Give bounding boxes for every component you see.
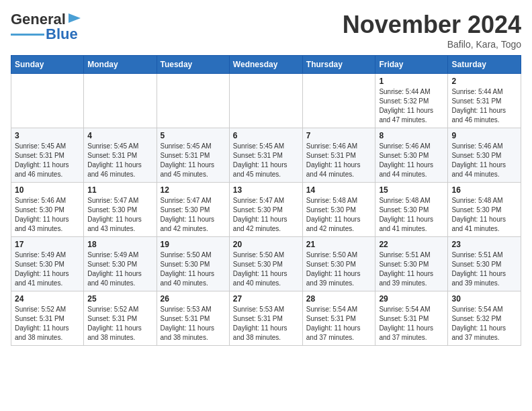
calendar-cell — [84, 74, 157, 128]
day-number: 6 — [233, 131, 299, 140]
day-info: Sunrise: 5:54 AM Sunset: 5:32 PM Dayligh… — [451, 305, 517, 342]
calendar-cell: 3Sunrise: 5:45 AM Sunset: 5:31 PM Daylig… — [11, 128, 84, 183]
day-number: 21 — [306, 240, 372, 249]
calendar-cell: 6Sunrise: 5:45 AM Sunset: 5:31 PM Daylig… — [229, 128, 302, 183]
calendar-cell — [229, 74, 302, 128]
day-number: 1 — [379, 77, 444, 86]
calendar-cell: 26Sunrise: 5:53 AM Sunset: 5:31 PM Dayli… — [157, 291, 229, 346]
day-number: 12 — [161, 185, 226, 195]
day-info: Sunrise: 5:47 AM Sunset: 5:30 PM Dayligh… — [161, 196, 226, 234]
calendar-cell: 30Sunrise: 5:54 AM Sunset: 5:32 PM Dayli… — [448, 291, 521, 346]
calendar-cell — [302, 74, 375, 128]
day-info: Sunrise: 5:53 AM Sunset: 5:31 PM Dayligh… — [233, 305, 299, 342]
day-info: Sunrise: 5:46 AM Sunset: 5:31 PM Dayligh… — [306, 142, 372, 179]
day-info: Sunrise: 5:48 AM Sunset: 5:30 PM Dayligh… — [379, 196, 444, 234]
day-number: 14 — [306, 185, 372, 195]
calendar-cell: 22Sunrise: 5:51 AM Sunset: 5:30 PM Dayli… — [375, 237, 448, 291]
day-number: 19 — [161, 240, 226, 249]
day-number: 5 — [161, 131, 226, 140]
day-number: 22 — [379, 240, 444, 249]
day-number: 20 — [233, 240, 299, 249]
calendar-cell: 18Sunrise: 5:49 AM Sunset: 5:30 PM Dayli… — [84, 237, 157, 291]
calendar-cell: 25Sunrise: 5:52 AM Sunset: 5:31 PM Dayli… — [84, 291, 157, 346]
day-info: Sunrise: 5:50 AM Sunset: 5:30 PM Dayligh… — [306, 250, 372, 288]
calendar-week-row: 10Sunrise: 5:46 AM Sunset: 5:30 PM Dayli… — [11, 183, 521, 237]
day-number: 26 — [161, 294, 226, 304]
calendar-cell: 17Sunrise: 5:49 AM Sunset: 5:30 PM Dayli… — [11, 237, 84, 291]
day-number: 7 — [306, 131, 372, 140]
day-info: Sunrise: 5:45 AM Sunset: 5:31 PM Dayligh… — [161, 142, 226, 179]
calendar-cell: 5Sunrise: 5:45 AM Sunset: 5:31 PM Daylig… — [157, 128, 229, 183]
day-number: 15 — [379, 185, 444, 195]
day-number: 10 — [15, 185, 80, 195]
calendar-cell: 23Sunrise: 5:51 AM Sunset: 5:30 PM Dayli… — [448, 237, 521, 291]
calendar-cell: 14Sunrise: 5:48 AM Sunset: 5:30 PM Dayli… — [302, 183, 375, 237]
column-header-tuesday: Tuesday — [157, 56, 229, 74]
day-info: Sunrise: 5:54 AM Sunset: 5:31 PM Dayligh… — [306, 305, 372, 342]
calendar-header-row: SundayMondayTuesdayWednesdayThursdayFrid… — [11, 56, 521, 74]
day-number: 13 — [233, 185, 299, 195]
day-info: Sunrise: 5:49 AM Sunset: 5:30 PM Dayligh… — [87, 250, 152, 288]
day-info: Sunrise: 5:45 AM Sunset: 5:31 PM Dayligh… — [233, 142, 299, 179]
column-header-thursday: Thursday — [302, 56, 375, 74]
calendar-cell: 11Sunrise: 5:47 AM Sunset: 5:30 PM Dayli… — [84, 183, 157, 237]
day-number: 8 — [379, 131, 444, 140]
day-info: Sunrise: 5:46 AM Sunset: 5:30 PM Dayligh… — [15, 196, 80, 234]
day-number: 27 — [233, 294, 299, 304]
logo-arrow-icon — [67, 12, 82, 24]
day-info: Sunrise: 5:54 AM Sunset: 5:31 PM Dayligh… — [379, 305, 444, 342]
location-subtitle: Bafilo, Kara, Togo — [343, 39, 521, 50]
calendar-cell: 8Sunrise: 5:46 AM Sunset: 5:30 PM Daylig… — [375, 128, 448, 183]
day-info: Sunrise: 5:48 AM Sunset: 5:30 PM Dayligh… — [306, 196, 372, 234]
day-number: 9 — [451, 131, 517, 140]
day-info: Sunrise: 5:52 AM Sunset: 5:31 PM Dayligh… — [87, 305, 152, 342]
calendar-cell — [11, 74, 84, 128]
calendar-table: SundayMondayTuesdayWednesdayThursdayFrid… — [11, 55, 521, 346]
day-number: 28 — [306, 294, 372, 304]
logo: General Blue — [11, 11, 82, 43]
day-info: Sunrise: 5:45 AM Sunset: 5:31 PM Dayligh… — [15, 142, 80, 179]
calendar-cell: 27Sunrise: 5:53 AM Sunset: 5:31 PM Dayli… — [229, 291, 302, 346]
day-number: 23 — [451, 240, 517, 249]
calendar-cell: 9Sunrise: 5:46 AM Sunset: 5:30 PM Daylig… — [448, 128, 521, 183]
day-number: 30 — [451, 294, 517, 304]
column-header-wednesday: Wednesday — [229, 56, 302, 74]
calendar-cell: 4Sunrise: 5:45 AM Sunset: 5:31 PM Daylig… — [84, 128, 157, 183]
svg-marker-0 — [69, 13, 81, 23]
page-header: General Blue November 2024 Bafilo, Kara,… — [11, 11, 521, 50]
day-number: 17 — [15, 240, 80, 249]
day-info: Sunrise: 5:51 AM Sunset: 5:30 PM Dayligh… — [379, 250, 444, 288]
logo-blue: Blue — [46, 26, 78, 43]
day-info: Sunrise: 5:50 AM Sunset: 5:30 PM Dayligh… — [161, 250, 226, 288]
calendar-cell: 19Sunrise: 5:50 AM Sunset: 5:30 PM Dayli… — [157, 237, 229, 291]
calendar-cell: 28Sunrise: 5:54 AM Sunset: 5:31 PM Dayli… — [302, 291, 375, 346]
day-number: 29 — [379, 294, 444, 304]
day-info: Sunrise: 5:47 AM Sunset: 5:30 PM Dayligh… — [87, 196, 152, 234]
day-number: 3 — [15, 131, 80, 140]
day-number: 4 — [87, 131, 152, 140]
calendar-cell — [157, 74, 229, 128]
calendar-week-row: 1Sunrise: 5:44 AM Sunset: 5:32 PM Daylig… — [11, 74, 521, 128]
day-number: 16 — [451, 185, 517, 195]
day-number: 2 — [451, 77, 517, 86]
column-header-saturday: Saturday — [448, 56, 521, 74]
day-info: Sunrise: 5:45 AM Sunset: 5:31 PM Dayligh… — [87, 142, 152, 179]
column-header-monday: Monday — [84, 56, 157, 74]
day-number: 11 — [87, 185, 152, 195]
day-info: Sunrise: 5:48 AM Sunset: 5:30 PM Dayligh… — [451, 196, 517, 234]
day-info: Sunrise: 5:52 AM Sunset: 5:31 PM Dayligh… — [15, 305, 80, 342]
calendar-week-row: 24Sunrise: 5:52 AM Sunset: 5:31 PM Dayli… — [11, 291, 521, 346]
calendar-cell: 16Sunrise: 5:48 AM Sunset: 5:30 PM Dayli… — [448, 183, 521, 237]
calendar-cell: 21Sunrise: 5:50 AM Sunset: 5:30 PM Dayli… — [302, 237, 375, 291]
day-info: Sunrise: 5:49 AM Sunset: 5:30 PM Dayligh… — [15, 250, 80, 288]
day-info: Sunrise: 5:53 AM Sunset: 5:31 PM Dayligh… — [161, 305, 226, 342]
calendar-cell: 13Sunrise: 5:47 AM Sunset: 5:30 PM Dayli… — [229, 183, 302, 237]
day-info: Sunrise: 5:46 AM Sunset: 5:30 PM Dayligh… — [379, 142, 444, 179]
day-number: 25 — [87, 294, 152, 304]
calendar-cell: 15Sunrise: 5:48 AM Sunset: 5:30 PM Dayli… — [375, 183, 448, 237]
calendar-cell: 12Sunrise: 5:47 AM Sunset: 5:30 PM Dayli… — [157, 183, 229, 237]
day-number: 24 — [15, 294, 80, 304]
day-info: Sunrise: 5:47 AM Sunset: 5:30 PM Dayligh… — [233, 196, 299, 234]
month-title: November 2024 — [343, 11, 521, 39]
column-header-friday: Friday — [375, 56, 448, 74]
